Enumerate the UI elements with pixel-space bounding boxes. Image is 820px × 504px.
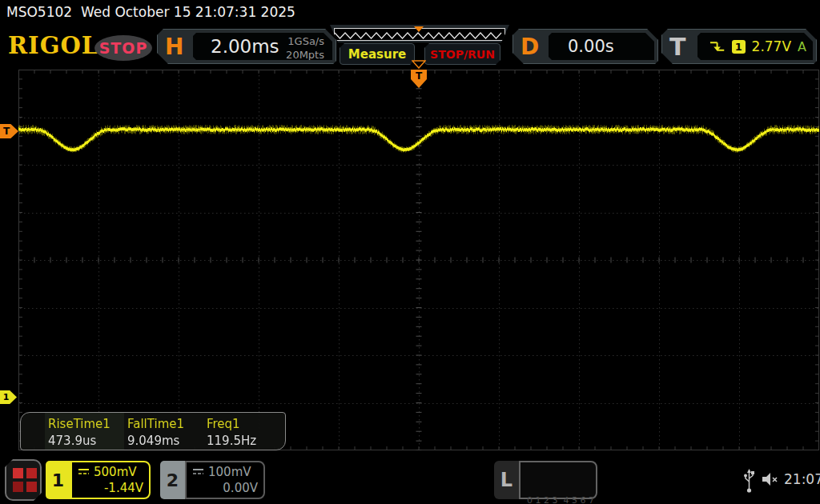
timebase-value: 2.00ms <box>211 36 279 57</box>
model-and-datetime: MSO5102 Wed October 15 21:07:31 2025 <box>6 4 295 20</box>
overview-position-marker-icon[interactable] <box>414 26 424 32</box>
delay-box[interactable]: D 0.00s <box>512 29 658 64</box>
channel-1-offset: -1.44V <box>77 481 143 495</box>
waveform-display <box>18 70 819 450</box>
ch1-ground-marker[interactable]: 1 <box>0 390 17 404</box>
trigger-sweep-mode: A <box>798 39 806 54</box>
trigger-position-outline-icon <box>412 60 426 69</box>
channel-2-scale: 100mV <box>208 465 251 479</box>
measurement-label: FallTime1 <box>127 417 203 431</box>
logic-analyzer-status[interactable]: L 0 1 2 3 4 5 6 7 8 9 1011 12131415 <box>494 461 597 499</box>
channel-2-offset: 0.00V <box>191 481 258 495</box>
measurement-value: 9.049ms <box>127 434 203 448</box>
apps-grid-icon <box>13 482 23 492</box>
speaker-muted-icon <box>761 470 780 488</box>
apps-grid-icon <box>26 468 37 478</box>
measurement-results-popup: RiseTime1 473.9us FallTime1 9.049ms Freq… <box>20 412 286 450</box>
horizontal-timebase-box[interactable]: H 2.00ms 1GSa/s 20Mpts <box>157 29 336 64</box>
acquisition-status-label: STOP <box>99 39 148 57</box>
horizontal-label: H <box>165 34 183 60</box>
measurement-item[interactable]: Freq1 119.5Hz <box>203 413 283 450</box>
channel-2-status[interactable]: 2 100mV 0.00V <box>160 461 265 499</box>
rigol-logo: RIGOL <box>8 32 98 59</box>
digital-channels-row1: 0 1 2 3 4 5 6 7 <box>527 494 596 504</box>
trigger-label: T <box>669 33 685 61</box>
falling-edge-trigger-icon <box>709 40 726 53</box>
top-status-bar: MSO5102 Wed October 15 21:07:31 2025 <box>0 0 820 24</box>
measure-button[interactable]: Measure <box>340 43 415 65</box>
channel-1-scale: 500mV <box>94 465 137 479</box>
measurement-value: 119.5Hz <box>207 434 283 448</box>
measure-button-label: Measure <box>348 47 406 62</box>
measurement-label: Freq1 <box>207 417 283 431</box>
clock: 21:07 <box>784 471 820 487</box>
measurement-item[interactable]: FallTime1 9.049ms <box>124 413 203 450</box>
stop-run-button[interactable]: STOP/RUN <box>424 43 500 65</box>
delay-label: D <box>521 34 539 60</box>
trigger-source-badge: 1 <box>732 40 745 54</box>
usb-icon <box>743 468 755 494</box>
dc-coupling-icon <box>191 468 205 476</box>
stop-run-button-label: STOP/RUN <box>430 48 495 61</box>
measurement-value: 473.9us <box>48 434 124 448</box>
dc-coupling-icon <box>77 468 90 476</box>
apps-grid-icon <box>13 468 23 478</box>
measurement-label: RiseTime1 <box>48 417 124 431</box>
trigger-level-marker[interactable]: T <box>0 124 18 138</box>
measurement-item[interactable]: RiseTime1 473.9us <box>45 413 124 450</box>
channel-1-number: 1 <box>46 461 70 499</box>
acquisition-status-badge: STOP <box>94 35 152 61</box>
channel-1-status[interactable]: 1 500mV -1.44V <box>46 461 151 499</box>
trigger-box[interactable]: T 1 2.77V A <box>661 29 817 64</box>
trigger-level-value: 2.77V <box>752 38 791 54</box>
logic-analyzer-label: L <box>494 461 519 499</box>
function-navigation-button[interactable] <box>5 459 42 501</box>
delay-value: 0.00s <box>568 37 614 56</box>
channel-2-number: 2 <box>160 461 185 499</box>
memory-depth: 20Mpts <box>286 48 324 62</box>
sample-rate: 1GSa/s <box>286 34 324 48</box>
apps-grid-icon <box>26 482 37 492</box>
